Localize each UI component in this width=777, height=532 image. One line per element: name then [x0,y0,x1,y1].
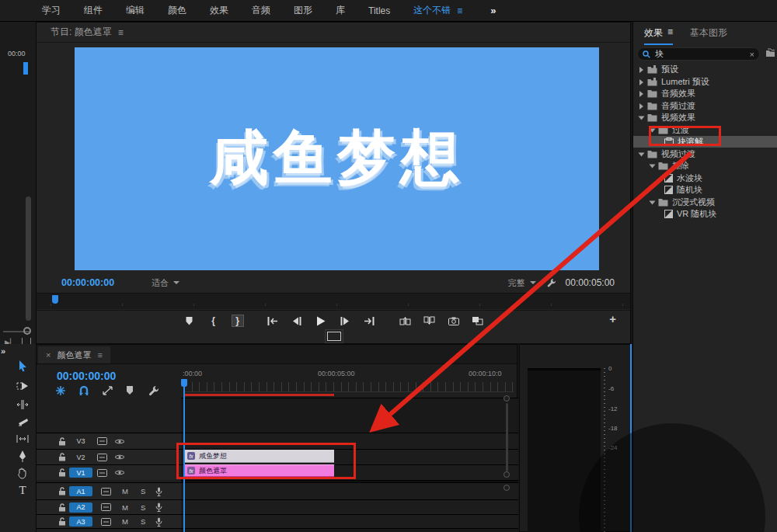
tree-item-wipe-folder[interactable]: 擦除 [633,160,777,172]
program-monitor-canvas[interactable]: 咸鱼梦想 [75,47,599,270]
panel-menu-icon[interactable]: ≡ [118,27,124,38]
mute-button[interactable]: M [122,487,128,495]
solo-button[interactable]: S [141,487,145,495]
voiceover-mic-icon[interactable] [155,517,162,527]
workspace-item-effects[interactable]: 效果 [210,4,228,17]
selection-tool[interactable] [16,360,30,372]
monitor-playhead-marker[interactable] [52,295,58,304]
track-label-v2[interactable]: V2 [69,452,92,462]
type-tool[interactable]: T [16,484,30,496]
track-output-eye-icon[interactable] [114,438,125,445]
expander-icon[interactable] [639,152,645,156]
nested-sequence-icon[interactable] [55,385,66,396]
lock-icon[interactable] [58,468,66,477]
workspace-menu-icon[interactable]: ≡ [457,5,462,16]
chevron-down-icon[interactable] [173,281,179,284]
panel-menu-icon[interactable]: ≡ [667,26,673,40]
tree-item-audio-effects[interactable]: 音频效果 [633,88,777,99]
vertical-scrollbar[interactable] [506,403,508,471]
mute-button[interactable]: M [122,517,128,526]
tree-item-lumetri-presets[interactable]: Lumetri 预设 [633,76,777,88]
lock-icon[interactable] [58,503,66,512]
extract-icon[interactable] [423,315,436,327]
timeline-settings-wrench-icon[interactable] [148,385,159,396]
expander-icon[interactable] [639,103,643,110]
comparison-view-icon[interactable] [472,315,484,327]
expander-icon[interactable] [639,67,643,73]
step-forward-icon[interactable] [339,315,351,327]
track-output-eye-icon[interactable] [114,454,125,461]
left-strip-scrollbar[interactable] [26,196,31,321]
zoom-slider-knob[interactable] [23,327,31,335]
monitor-settings-wrench-icon[interactable] [547,278,556,287]
sync-lock-icon[interactable] [101,518,111,526]
track-lane-a1[interactable] [181,482,518,499]
track-lane-master[interactable] [181,528,518,532]
track-output-eye-icon[interactable] [114,469,125,476]
sync-lock-icon[interactable] [97,437,107,445]
expander-icon[interactable] [639,116,645,120]
workspace-item-libraries[interactable]: 库 [336,4,345,17]
workspace-item-titles[interactable]: Titles [368,5,390,16]
track-label-a1[interactable]: A1 [69,486,92,496]
workspace-item-audio[interactable]: 音频 [252,4,270,17]
lift-icon[interactable] [399,315,412,327]
timeline-empty-area[interactable] [181,398,518,433]
monitor-scrubber[interactable] [37,293,630,309]
lock-icon[interactable] [58,437,66,446]
track-label-v3[interactable]: V3 [69,436,92,447]
workspace-item-assembly[interactable]: 组件 [84,4,103,17]
lock-icon[interactable] [58,453,66,461]
timeline-playhead-timecode[interactable]: 00:00:00:00 [57,370,116,382]
pen-tool[interactable] [16,450,30,462]
zoom-level-select[interactable]: 适合 [152,277,169,289]
playback-resolution-select[interactable]: 完整 [508,277,525,289]
voiceover-mic-icon[interactable] [155,487,162,496]
sync-lock-icon[interactable] [101,488,111,495]
timeline-ruler[interactable] [184,382,514,392]
lock-icon[interactable] [58,487,66,495]
tree-item-water-wave-block[interactable]: 水波块 [633,172,777,184]
effects-search-input[interactable]: 块 × [637,47,760,61]
panel-overflow-chevron[interactable]: » [1,346,5,356]
solo-button[interactable]: S [141,517,145,526]
panel-menu-icon[interactable]: ≡ [97,350,102,360]
monitor-playhead-timecode[interactable]: 00:00:00:00 [61,277,114,288]
linked-selection-icon[interactable] [102,385,113,396]
timeline-sequence-tab[interactable]: × 颜色遮罩 ≡ [38,346,110,363]
solo-button[interactable]: S [141,503,145,512]
button-editor-plus-button[interactable]: + [609,312,616,325]
tree-item-vr-random-block[interactable]: VR 随机块 [633,208,777,220]
track-label-v1[interactable]: V1 [69,468,92,478]
voiceover-mic-icon[interactable] [155,502,162,512]
workspace-item-graphics[interactable]: 图形 [294,4,312,17]
lock-icon[interactable] [58,517,66,526]
expander-icon[interactable] [639,91,643,97]
scrollbar-handle-bottom[interactable] [503,471,510,478]
workspace-item-learning[interactable]: 学习 [42,4,61,17]
tab-effects[interactable]: 效果 ≡ [644,26,673,45]
workspace-item-color[interactable]: 颜色 [168,4,186,17]
tree-item-video-effects[interactable]: 视频效果 [633,112,777,123]
safe-margins-button[interactable] [327,332,341,341]
sync-lock-icon[interactable] [97,469,107,477]
workspace-item-active[interactable]: 这个不错 [413,4,451,17]
expander-icon[interactable] [650,164,656,168]
tab-essential-graphics[interactable]: 基本图形 [690,26,727,45]
track-label-a2[interactable]: A2 [69,502,92,513]
tree-item-random-block[interactable]: 随机块 [633,184,777,196]
expander-icon[interactable] [639,79,643,85]
track-label-a3[interactable]: A3 [69,516,92,527]
razor-tool[interactable] [16,416,30,428]
add-marker-icon[interactable] [183,315,196,327]
play-icon[interactable] [315,315,327,327]
scrollbar-handle-audio[interactable] [503,485,510,491]
go-to-out-icon[interactable] [363,315,375,327]
chevron-down-icon[interactable] [530,281,536,284]
go-to-in-icon[interactable] [267,315,279,327]
mute-button[interactable]: M [122,503,128,512]
tree-item-presets[interactable]: 预设 [633,64,777,75]
add-marker-icon[interactable] [125,385,134,395]
tree-item-immersive-video-folder[interactable]: 沉浸式视频 [633,196,777,208]
sync-lock-icon[interactable] [101,503,111,511]
